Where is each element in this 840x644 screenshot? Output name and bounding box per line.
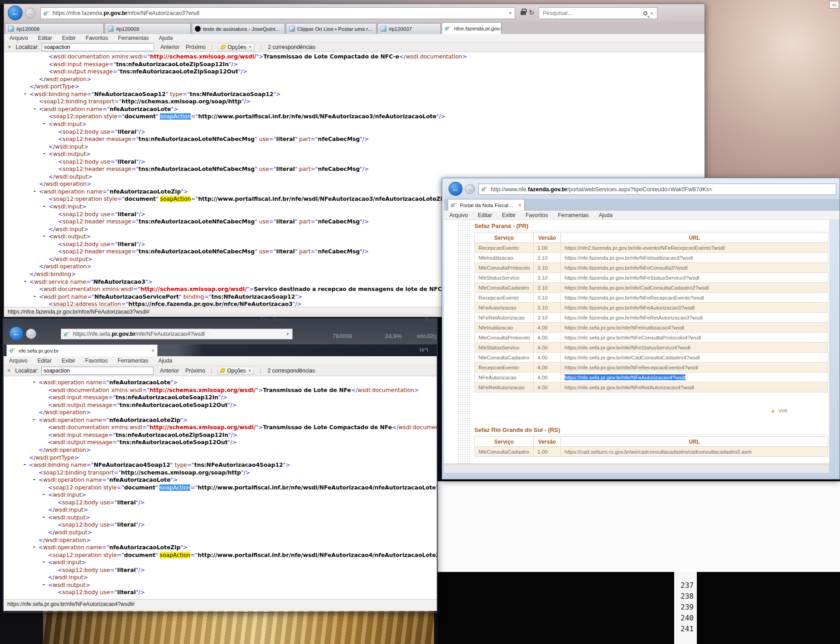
menu-item-ferramentas[interactable]: Ferramentas [558, 212, 589, 218]
tab--p120037[interactable]: #p120037 [377, 23, 441, 34]
table-row[interactable]: RecepcaoEvento1.00https://nfe2.fazenda.p… [475, 243, 828, 253]
back-to-top-link[interactable]: ▲Volt [770, 407, 787, 414]
collapse-toggle[interactable]: - [24, 461, 26, 468]
tab-teste-de-assinatura-josequint-[interactable]: teste de assinatura - JoseQuint... [192, 23, 285, 34]
collapse-toggle[interactable]: - [43, 203, 45, 209]
tab-close-icon[interactable]: × [514, 202, 521, 208]
tab-nfe-sefa[interactable]: e nfe.sefa.pr.gov.br × [6, 344, 158, 356]
cell-url[interactable]: https://nfe.fazenda.pr.gov.br/nfe/NFeRec… [561, 293, 828, 303]
back-button[interactable]: ← [449, 182, 463, 196]
cell-versao[interactable]: 3.10 [534, 283, 561, 293]
cell-versao[interactable]: 3.10 [534, 253, 561, 263]
address-bar[interactable]: e http://www.nfe.fazenda.gov.br/portal/w… [478, 184, 836, 195]
menu-item-exibir[interactable]: Exibir [502, 212, 516, 218]
cell-url[interactable]: https://nfe.sefa.pr.gov.br/nfe/NFeRecepc… [561, 363, 828, 373]
tab--p120008[interactable]: #p120008 [5, 23, 104, 34]
refresh-icon[interactable]: ↻ [529, 9, 535, 17]
cell-url[interactable]: https://nfe.fazenda.pr.gov.br/nfe/NFeRet… [561, 313, 828, 323]
find-previous-button[interactable]: Anterior [160, 44, 179, 50]
menu-item-ajuda[interactable]: Ajuda [599, 212, 613, 218]
cell-servico[interactable]: NFeRetAutorizacao [475, 313, 534, 323]
find-input[interactable] [42, 43, 154, 51]
cell-url[interactable]: https://nfe.sefa.pr.gov.br/nfe/CadConsul… [561, 353, 828, 363]
table-row[interactable]: NFeAutorizacao3.10https://nfe.fazenda.pr… [475, 303, 828, 313]
table-row[interactable]: NfeConsultaCadastro4.00https://nfe.sefa.… [475, 353, 828, 363]
table-row[interactable]: NfeConsultaProtocolo3.10https://nfe.faze… [475, 263, 828, 273]
cell-versao[interactable]: 4.00 [534, 333, 561, 343]
menu-item-arquivo[interactable]: Arquivo [449, 212, 468, 218]
cell-servico[interactable]: NfeStatusServico [475, 343, 534, 353]
cell-versao[interactable]: 3.10 [534, 313, 561, 323]
cell-url[interactable]: https://nfe.sefa.pr.gov.br/nfe/NFeStatus… [561, 343, 828, 353]
back-button[interactable]: ← [8, 5, 23, 20]
collapse-toggle[interactable]: - [24, 91, 26, 97]
cell-versao[interactable]: 4.00 [534, 383, 561, 392]
collapse-toggle[interactable]: - [43, 581, 45, 588]
find-close-icon[interactable]: × [8, 44, 11, 50]
collapse-toggle[interactable]: - [34, 293, 36, 300]
table-row[interactable]: NFeRetAutorizacao4.00https://nfe.sefa.pr… [475, 383, 828, 392]
cell-url[interactable]: https://nfe.fazenda.pr.gov.br/nfe/NFeSta… [561, 273, 828, 283]
find-next-button[interactable]: Próximo [185, 368, 205, 374]
cell-servico[interactable]: NfeConsultaCadastro [475, 447, 534, 457]
find-input[interactable] [41, 367, 154, 375]
collapse-toggle[interactable]: - [43, 514, 45, 520]
collapse-toggle[interactable]: - [33, 416, 35, 423]
collapse-toggle[interactable]: - [24, 278, 26, 285]
cell-versao[interactable]: 1.00 [534, 243, 561, 253]
cell-url[interactable]: https://nfe.fazenda.pr.gov.br/nfe/NFeAut… [561, 303, 828, 313]
cell-versao[interactable]: 3.10 [534, 273, 561, 283]
search-input[interactable]: Pesquisar... ▼ [539, 7, 657, 19]
menu-item-editar[interactable]: Editar [478, 212, 492, 218]
cell-versao[interactable]: 4.00 [534, 353, 561, 363]
cell-versao[interactable]: 3.10 [534, 303, 561, 313]
search-dropdown-icon[interactable]: ▼ [650, 12, 653, 15]
forward-button[interactable]: → [26, 329, 36, 339]
tab-portal-nfe[interactable]: e Portal da Nota Fiscal Eletrô... × [448, 199, 525, 211]
cell-versao[interactable]: 3.10 [534, 293, 561, 303]
table-row[interactable]: NfeInutilizacao4.00https://nfe.sefa.pr.g… [475, 323, 828, 333]
cell-url[interactable]: https://nfe.fazenda.pr.gov.br/nfe/NFeCon… [561, 263, 828, 273]
cell-servico[interactable]: NfeConsultaCadastro [475, 283, 534, 293]
cell-servico[interactable]: RecepcaoEvento [475, 293, 534, 303]
table-row[interactable]: RecepcaoEvento3.10https://nfe.fazenda.pr… [475, 293, 828, 303]
collapse-toggle[interactable]: - [43, 150, 45, 157]
cell-servico[interactable]: NfeConsultaCadastro [475, 353, 534, 363]
table-row[interactable]: RecepcaoEvento4.00https://nfe.sefa.pr.go… [475, 363, 828, 373]
collapse-toggle[interactable]: - [34, 106, 36, 112]
cell-servico[interactable]: NfeStatusServico [475, 273, 534, 283]
address-dropdown-icon[interactable]: ▼ [286, 332, 290, 336]
cell-servico[interactable]: RecepcaoEvento [475, 363, 534, 373]
cell-versao[interactable]: 3.10 [534, 263, 561, 273]
collapse-toggle[interactable]: - [33, 544, 35, 550]
tab--p120009[interactable]: #p120009 [105, 23, 191, 34]
address-bar[interactable]: e https://nfce.fazenda.pr.gov.br/nfce/NF… [40, 7, 515, 19]
cell-servico[interactable]: RecepcaoEvento [475, 243, 534, 253]
collapse-toggle[interactable]: - [43, 233, 45, 239]
find-next-button[interactable]: Próximo [186, 44, 206, 50]
cell-versao[interactable]: 4.00 [534, 323, 561, 333]
menu-item-favoritos[interactable]: Favoritos [86, 35, 108, 41]
menu-item-exibir[interactable]: Exibir [62, 358, 75, 364]
cell-versao[interactable]: 4.00 [534, 363, 561, 373]
menu-item-ajuda[interactable]: Ajuda [158, 358, 172, 364]
table-row[interactable]: NfeConsultaCadastro1.00https://cad.sefaz… [475, 447, 828, 457]
menu-item-favoritos[interactable]: Favoritos [85, 358, 107, 364]
cell-versao[interactable]: 4.00 [534, 343, 561, 353]
cell-servico[interactable]: NFeRetAutorizacao [475, 383, 534, 392]
menu-item-exibir[interactable]: Exibir [62, 35, 76, 41]
cell-url[interactable]: https://nfe.sefa.pr.gov.br/nfe/NFeAutori… [561, 373, 828, 383]
cell-url[interactable]: https://cad.sefazrs.rs.gov.br/ws/cadcons… [561, 447, 828, 457]
table-row[interactable]: NfeConsultaCadastro3.10https://nfe.fazen… [475, 283, 828, 293]
forward-button[interactable]: → [25, 8, 36, 19]
cell-servico[interactable]: NFeAutorizacao [475, 303, 534, 313]
collapse-toggle[interactable]: - [43, 121, 45, 127]
back-button[interactable]: ← [9, 326, 24, 341]
cell-url[interactable]: https://nfe2.fazenda.pr.gov.br/nfe-event… [561, 243, 828, 253]
menu-item-editar[interactable]: Editar [38, 358, 52, 364]
menu-item-arquivo[interactable]: Arquivo [10, 35, 28, 41]
search-icon[interactable] [643, 11, 647, 15]
table-row[interactable]: NFeRetAutorizacao3.10https://nfe.fazenda… [475, 313, 828, 323]
cell-versao[interactable]: 4.00 [534, 373, 561, 383]
find-close-icon[interactable]: × [7, 367, 11, 374]
